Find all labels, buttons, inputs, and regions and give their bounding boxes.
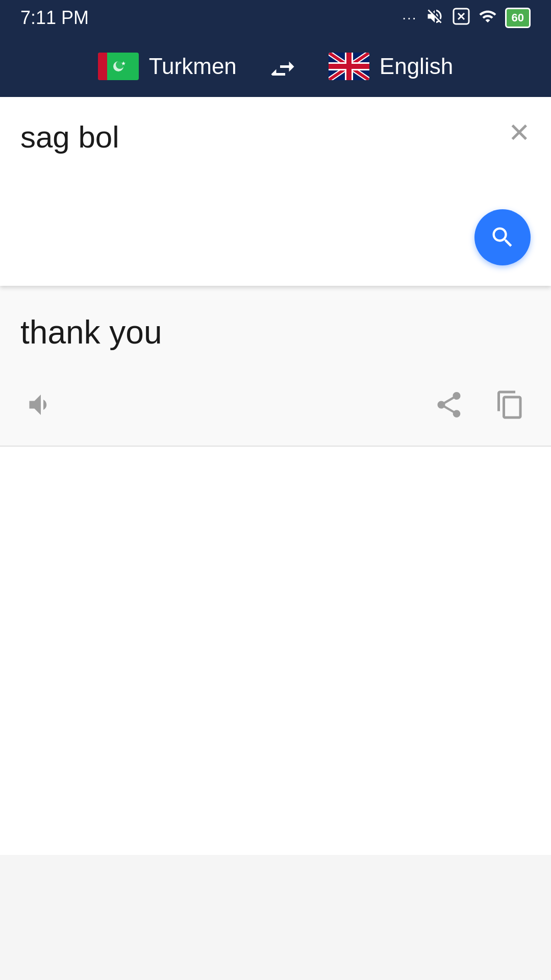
status-time: 7:11 PM — [20, 7, 89, 29]
swap-languages-button[interactable] — [257, 51, 308, 82]
source-lang-name: Turkmen — [149, 54, 237, 79]
copy-button[interactable] — [490, 384, 531, 425]
turkmen-flag — [98, 53, 139, 80]
uk-flag — [329, 53, 369, 80]
close-status-icon — [452, 7, 470, 29]
empty-area — [0, 447, 551, 855]
copy-icon — [495, 389, 525, 420]
status-icons: ··· 60 — [402, 7, 531, 29]
result-area: thank you — [0, 286, 551, 446]
svg-rect-4 — [98, 53, 107, 80]
status-bar: 7:11 PM ··· 60 — [0, 0, 551, 36]
speaker-icon — [26, 389, 56, 420]
result-actions — [20, 384, 531, 425]
speak-button[interactable] — [20, 384, 61, 425]
search-button[interactable] — [474, 209, 531, 265]
wifi-icon — [479, 7, 497, 29]
share-button[interactable] — [429, 384, 469, 425]
target-lang-selector[interactable]: English — [329, 53, 453, 80]
clear-button[interactable]: ✕ — [508, 117, 531, 148]
target-lang-name: English — [380, 54, 453, 79]
signal-icon: ··· — [402, 10, 417, 26]
svg-rect-16 — [329, 64, 369, 69]
header: Turkmen Engli — [0, 36, 551, 97]
input-text[interactable]: sag bol — [20, 117, 531, 158]
input-area: sag bol ✕ — [0, 97, 551, 286]
result-text: thank you — [20, 311, 531, 354]
source-lang-selector[interactable]: Turkmen — [98, 53, 237, 80]
search-icon — [489, 224, 516, 251]
mute-icon — [425, 7, 444, 29]
battery-icon: 60 — [505, 8, 531, 28]
share-icon — [434, 389, 464, 420]
